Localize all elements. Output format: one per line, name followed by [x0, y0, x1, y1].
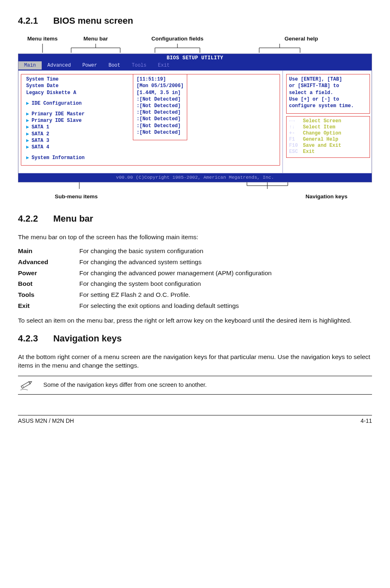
value-nd3: :[Not Detected]: [137, 110, 181, 115]
menubar-outro: To select an item on the menu bar, press…: [18, 316, 372, 325]
help-line: configure system time.: [289, 103, 354, 109]
bios-figure: Menu items Menu bar Configuration fields…: [18, 35, 372, 200]
menu-desc: For changing the system boot configurati…: [79, 278, 271, 290]
item-sata1[interactable]: SATA 1: [31, 124, 49, 130]
menu-desc: For selecting the exit options and loadi…: [79, 301, 271, 312]
svg-line-25: [22, 385, 24, 387]
menu-key: Advanced: [18, 257, 79, 268]
value-time[interactable]: [11:51:19]: [137, 76, 166, 82]
label-general-help: General help: [231, 35, 372, 43]
value-nd1: :[Not Detected]: [137, 97, 181, 102]
value-date[interactable]: [Mon 05/15/2006]: [137, 83, 184, 89]
triangle-icon: ▶: [26, 118, 29, 123]
help-line: or [SHIFT-TAB] to: [289, 83, 339, 89]
menu-key: Main: [18, 246, 79, 257]
nav-desc: Save and Exit: [303, 143, 341, 148]
svg-rect-23: [21, 382, 30, 388]
triangle-icon: ▶: [26, 111, 29, 117]
navkeys-paragraph: At the bottom right corner of a menu scr…: [18, 353, 372, 370]
help-line: Use [+] or [-] to: [289, 97, 339, 102]
value-nd6: :[Not Detected]: [137, 130, 181, 135]
nav-key: F10: [289, 143, 303, 149]
triangle-icon: ▶: [26, 138, 29, 144]
nav-desc: General Help: [303, 137, 338, 142]
svg-marker-24: [29, 380, 32, 384]
menubar-intro: The menu bar on top of the screen has th…: [18, 233, 372, 242]
nav-keys-box: ←→Select Screen ↑↓Select Item +-Change O…: [286, 116, 370, 158]
value-diskette[interactable]: [1.44M, 3.5 in]: [137, 90, 181, 96]
item-sata4[interactable]: SATA 4: [31, 144, 49, 150]
section-title: Menu bar: [53, 213, 93, 224]
nav-key: +-: [289, 130, 303, 137]
menu-desc: For setting EZ Flash 2 and O.C. Profile.: [79, 290, 271, 301]
nav-desc: Exit: [303, 149, 315, 155]
tab-power[interactable]: Power: [76, 61, 103, 70]
bios-left-panel: System Time System Date Legacy Diskette …: [18, 71, 283, 173]
footer-left: ASUS M2N / M2N DH: [18, 417, 74, 425]
nav-desc: Select Screen: [303, 118, 341, 124]
label-navigation-keys: Navigation keys: [305, 193, 347, 200]
nav-key: ←→: [289, 118, 303, 124]
item-system-time[interactable]: System Time: [26, 76, 58, 82]
item-system-date[interactable]: System Date: [26, 83, 58, 89]
section-title: BIOS menu screen: [53, 16, 133, 26]
top-labels: Menu items Menu bar Configuration fields…: [18, 35, 372, 43]
help-line: Use [ENTER], [TAB]: [289, 76, 342, 82]
tab-boot[interactable]: Boot: [103, 61, 126, 70]
note-text: Some of the navigation keys differ from …: [43, 381, 207, 389]
item-legacy-diskette[interactable]: Legacy Diskette A: [26, 90, 76, 96]
tab-tools[interactable]: Tools: [126, 61, 152, 70]
general-help-box: Use [ENTER], [TAB] or [SHIFT-TAB] to sel…: [286, 74, 370, 114]
help-line: select a field.: [289, 90, 333, 96]
section-heading: 4.2.3 Navigation keys: [18, 332, 372, 345]
label-menu-bar: Menu bar: [67, 35, 124, 43]
menu-key: Boot: [18, 278, 79, 290]
bios-copyright: v00.00 (C)Copyright 1985-2002, American …: [18, 173, 372, 182]
triangle-icon: ▶: [26, 101, 29, 106]
menu-desc: For changing the advanced power manageme…: [79, 268, 271, 279]
page-footer: ASUS M2N / M2N DH 4-11: [18, 415, 372, 425]
menu-description-table: MainFor changing the basic system config…: [18, 246, 271, 312]
item-ide-config[interactable]: IDE Configuration: [31, 101, 81, 106]
menu-key: Power: [18, 268, 79, 279]
item-primary-master[interactable]: Primary IDE Master: [31, 111, 85, 117]
menu-key: Exit: [18, 301, 79, 312]
bios-window: BIOS SETUP UTILITY Main Advanced Power B…: [18, 54, 372, 182]
section-heading: 4.2.2 Menu bar: [18, 213, 372, 225]
section-number: 4.2.1: [18, 15, 51, 27]
section-title: Navigation keys: [53, 333, 122, 343]
footer-right: 4-11: [361, 417, 372, 425]
menu-desc: For changing the advanced system setting…: [79, 257, 271, 268]
pencil-icon: [18, 379, 34, 392]
tab-exit[interactable]: Exit: [152, 61, 175, 70]
nav-key: ESC: [289, 149, 303, 155]
value-nd5: :[Not Detected]: [137, 123, 181, 129]
nav-key: F1: [289, 137, 303, 143]
label-sub-menu-items: Sub-menu items: [55, 193, 98, 200]
item-primary-slave[interactable]: Primary IDE Slave: [31, 118, 81, 123]
nav-desc: Change Option: [303, 130, 341, 136]
label-menu-items: Menu items: [18, 35, 67, 43]
bios-menu-bar: Main Advanced Power Boot Tools Exit: [18, 61, 372, 70]
triangle-icon: ▶: [26, 131, 29, 137]
item-sata2[interactable]: SATA 2: [31, 131, 49, 137]
note-callout: Some of the navigation keys differ from …: [18, 376, 372, 395]
menu-key: Tools: [18, 290, 79, 301]
triangle-icon: ▶: [26, 155, 29, 161]
item-system-information[interactable]: System Information: [31, 155, 85, 161]
bios-right-panel: Use [ENTER], [TAB] or [SHIFT-TAB] to sel…: [283, 71, 372, 173]
value-nd4: :[Not Detected]: [137, 116, 181, 122]
nav-desc: Select Item: [303, 124, 335, 130]
section-heading: 4.2.1 BIOS menu screen: [18, 15, 372, 27]
config-fields-box: [11:51:19] [Mon 05/15/2006] [1.44M, 3.5 …: [133, 74, 187, 140]
tab-advanced[interactable]: Advanced: [42, 61, 77, 70]
item-sata3[interactable]: SATA 3: [31, 138, 49, 144]
menu-desc: For changing the basic system configurat…: [79, 246, 271, 257]
section-number: 4.2.2: [18, 213, 51, 225]
section-number: 4.2.3: [18, 332, 51, 345]
bios-title: BIOS SETUP UTILITY: [18, 54, 372, 61]
tab-main[interactable]: Main: [18, 61, 42, 70]
value-nd2: :[Not Detected]: [137, 103, 181, 109]
triangle-icon: ▶: [26, 144, 29, 150]
label-config-fields: Configuration fields: [124, 35, 231, 43]
